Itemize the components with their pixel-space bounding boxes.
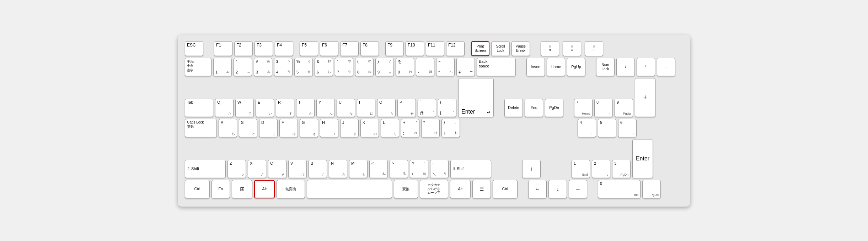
key-arrow-left[interactable]: ← [528,180,547,198]
key-y[interactable]: Y ん [316,99,335,117]
key-f4[interactable]: F4 [275,41,293,56]
key-colon[interactable]: * : け [421,119,440,137]
key-alt-right[interactable]: Alt [450,180,471,198]
key-bracket-close[interactable]: } 」 ] む [441,119,460,137]
key-num-enter[interactable]: Enter [632,139,653,178]
key-9[interactable]: ) よ 9 よ [375,58,394,76]
key-menu[interactable]: ☰ [472,180,491,198]
key-num-dot[interactable]: . PgDn [642,180,661,198]
key-q[interactable]: Q た [215,99,234,117]
key-delete[interactable]: Delete [504,99,523,117]
key-ctrl-right[interactable]: Ctrl [493,180,518,198]
key-alt-left[interactable]: Alt [254,180,275,198]
key-insert[interactable]: Insert [526,58,545,76]
key-g[interactable]: G き [300,119,318,137]
key-o[interactable]: O ら [377,99,396,117]
key-tab[interactable]: Tab ←→ [185,99,213,117]
key-backspace[interactable]: Backspace [477,58,516,76]
key-8[interactable]: ( ゆ 8 ゆ [355,58,374,76]
key-k[interactable]: K の [360,119,379,137]
key-1[interactable]: ! 1 ぬ [213,58,232,76]
key-f5[interactable]: F5 [300,41,318,56]
key-f[interactable]: F は [279,119,298,137]
key-d[interactable]: D し [259,119,278,137]
key-b[interactable]: B こ [309,160,327,178]
key-at[interactable]: ` @ ゛ [418,99,436,117]
key-bracket-open[interactable]: { 「 [ ° [438,99,456,117]
key-l[interactable]: L り [381,119,399,137]
key-minus[interactable]: = - ほ [416,58,434,76]
key-f1[interactable]: F1 [214,41,232,56]
key-i[interactable]: I に [357,99,375,117]
key-printscreen[interactable]: PrintScreen [471,41,489,56]
key-pgdn-mid[interactable]: PgDn [545,99,563,117]
key-u[interactable]: U な [337,99,355,117]
key-7[interactable]: ' や 7 や [335,58,353,76]
key-v[interactable]: V ひ [288,160,307,178]
key-num-plus[interactable]: + [635,78,655,117]
key-arrow-right[interactable]: → [569,180,587,198]
key-num-7[interactable]: 7 Home [574,99,593,117]
key-0[interactable]: を 0 わ [396,58,414,76]
key-arrow-up[interactable]: ↑ [522,160,541,178]
key-f12[interactable]: F12 [446,41,465,56]
key-num-2[interactable]: 2 ↓ [592,160,610,178]
key-num-6[interactable]: 6 → [618,119,637,137]
key-caret[interactable]: ~ ^ へ [436,58,455,76]
key-windows[interactable]: ⊞ [232,180,252,198]
key-shift-left[interactable]: ⇧ Shift [185,160,226,178]
key-henkan[interactable]: 変換 [394,180,418,198]
key-e[interactable]: E い [256,99,274,117]
key-capslock[interactable]: Caps Lock英数 [185,119,217,137]
key-f2[interactable]: F2 [234,41,253,56]
key-f10[interactable]: F10 [406,41,424,56]
key-period[interactable]: > 。 . る [390,160,408,178]
key-s[interactable]: S と [239,119,257,137]
key-3[interactable]: # あ 3 あ [254,58,272,76]
key-j[interactable]: J ま [340,119,359,137]
key-enter[interactable]: Enter ↵ [458,78,494,117]
key-f9[interactable]: F9 [385,41,404,56]
key-num-0[interactable]: 0 Ins [598,180,641,198]
key-katakana[interactable]: カタカナひらがなローマ字 [420,180,448,198]
key-c[interactable]: C そ [268,160,286,178]
key-end[interactable]: End [525,99,543,117]
key-fn[interactable]: Fn [211,180,230,198]
key-n[interactable]: N み [329,160,347,178]
key-f11[interactable]: F11 [426,41,444,56]
key-comma[interactable]: < 、 , ね [369,160,388,178]
key-a[interactable]: A ち [219,119,237,137]
key-f8[interactable]: F8 [360,41,379,56]
key-scrolllock[interactable]: ScrollLock [491,41,510,56]
key-num-asterisk[interactable]: * [637,58,655,76]
key-6[interactable]: & お 6 お [315,58,333,76]
key-yen[interactable]: | ¥ ー [456,58,475,76]
key-arrow-down[interactable]: ↓ [548,180,567,198]
key-num-1[interactable]: 1 End [572,160,590,178]
key-semicolon[interactable]: + * ; れ [401,119,419,137]
key-backslash[interactable]: - ＼ ろ [430,160,449,178]
key-num-5[interactable]: 5 [598,119,616,137]
key-muhenkan[interactable]: 無変換 [277,180,305,198]
key-2[interactable]: " 2 ふ [234,58,252,76]
key-4[interactable]: $ う 4 う [274,58,293,76]
key-shift-right[interactable]: ⇧ Shift [450,160,491,178]
key-num-minus[interactable]: － [657,58,675,76]
key-f3[interactable]: F3 [254,41,273,56]
key-h[interactable]: H く [320,119,338,137]
key-space[interactable] [307,180,392,198]
key-t[interactable]: T か [296,99,315,117]
key-num-9[interactable]: 9 PgUp [615,99,633,117]
key-hankaku[interactable]: 半角/全角漢字 [185,58,211,76]
key-num-3[interactable]: 3 PgDn [612,160,631,178]
key-w[interactable]: W て [235,99,254,117]
key-m[interactable]: M も [349,160,368,178]
key-p[interactable]: P せ [397,99,416,117]
key-z[interactable]: Z つ [227,160,246,178]
key-slash[interactable]: ? ・ / め [410,160,428,178]
key-r[interactable]: R す [276,99,294,117]
key-x[interactable]: X さ [248,160,266,178]
key-num-slash[interactable]: / [616,58,635,76]
key-pgup-top[interactable]: PgUp [567,58,585,76]
key-esc[interactable]: ESC [185,41,203,56]
